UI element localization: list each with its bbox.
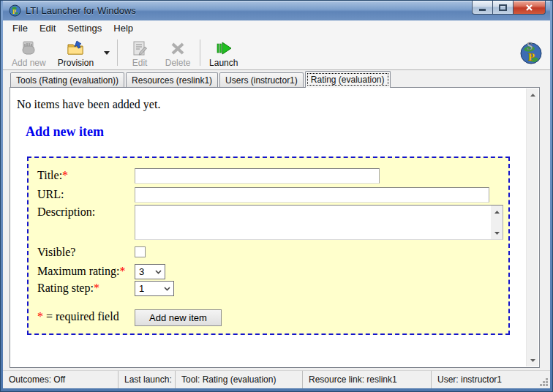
svg-text:S: S — [527, 40, 533, 52]
menu-file[interactable]: File — [7, 21, 33, 35]
add-new-label: Add new — [12, 59, 46, 67]
toolbar: Add new Provision Edi — [3, 36, 550, 70]
required-field-note: * = required field — [37, 309, 135, 324]
textarea-scrollbar[interactable] — [491, 206, 503, 239]
maximize-icon — [499, 4, 507, 11]
scroll-down-icon[interactable] — [527, 354, 538, 366]
provision-label: Provision — [58, 59, 94, 67]
launch-button[interactable]: Launch — [203, 37, 244, 68]
tabstrip: Tools (Rating (evaluation)) Resources (r… — [3, 70, 550, 87]
add-new-item-heading: Add new item — [26, 124, 527, 140]
description-label: Description: — [37, 205, 135, 219]
svg-text:P: P — [12, 9, 16, 15]
toolbar-separator — [200, 39, 200, 66]
max-rating-label: Maximum rating:* — [37, 264, 135, 279]
svg-text:P: P — [528, 51, 535, 63]
statusbar: Outcomes: Off Last launch: Tool: Rating … — [3, 370, 550, 388]
tab-tools[interactable]: Tools (Rating (evaluation)) — [10, 72, 124, 87]
add-item-form: Title:* URL: Description: — [27, 157, 510, 335]
menu-help[interactable]: Help — [108, 21, 138, 35]
scroll-down-icon[interactable] — [491, 227, 503, 239]
launch-label: Launch — [209, 59, 238, 67]
required-asterisk: * — [94, 282, 99, 294]
edit-icon — [131, 39, 148, 57]
provision-icon — [67, 39, 84, 57]
url-input[interactable] — [135, 187, 489, 203]
tab-users[interactable]: Users (instructor1) — [219, 72, 304, 87]
edit-label: Edit — [132, 59, 148, 67]
required-asterisk: * — [119, 265, 125, 277]
embedded-page: No items have been added yet. Add new it… — [10, 88, 527, 367]
menubar: File Edit Settings Help — [3, 20, 550, 36]
close-button[interactable] — [513, 1, 546, 15]
add-new-icon — [20, 39, 37, 57]
toolbar-separator — [117, 39, 118, 66]
empty-message: No items have been added yet. — [17, 98, 527, 111]
tab-resources[interactable]: Resources (reslink1) — [126, 72, 218, 87]
status-outcomes: Outcomes: Off — [3, 371, 118, 388]
add-new-item-submit-button[interactable]: Add new item — [135, 309, 222, 326]
add-new-button[interactable]: Add new — [6, 37, 52, 68]
resize-grip[interactable] — [540, 378, 549, 387]
delete-button[interactable]: Delete — [159, 37, 197, 68]
chevron-down-icon — [104, 51, 110, 55]
max-rating-select[interactable]: 3 — [135, 264, 165, 279]
title-label: Title:* — [37, 168, 135, 183]
minimize-icon — [479, 4, 486, 11]
maximize-button[interactable] — [493, 1, 513, 15]
chevron-down-icon — [155, 270, 162, 274]
scroll-up-icon[interactable] — [491, 206, 503, 218]
window-title: LTI Launcher for Windows — [26, 5, 136, 16]
rating-step-value: 1 — [139, 283, 144, 294]
globe-sp-logo: S P — [519, 40, 543, 65]
description-textarea[interactable] — [135, 205, 503, 240]
rating-step-label: Rating step:* — [37, 281, 135, 295]
close-icon — [525, 4, 533, 11]
required-asterisk: * — [62, 169, 68, 181]
titlebar[interactable]: P LTI Launcher for Windows — [3, 1, 550, 20]
edit-button[interactable]: Edit — [121, 37, 159, 68]
url-label: URL: — [37, 187, 135, 202]
rating-step-select[interactable]: 1 — [135, 281, 174, 296]
status-tool: Tool: Rating (evaluation) — [176, 371, 303, 388]
tab-rating[interactable]: Rating (evaluation) — [305, 71, 391, 88]
delete-icon — [169, 39, 187, 57]
app-icon: P — [9, 4, 21, 17]
content-scrollbar[interactable] — [526, 88, 538, 366]
delete-label: Delete — [165, 59, 191, 67]
provision-button[interactable]: Provision — [52, 37, 99, 68]
app-window: P LTI Launcher for Windows File Edit Set… — [0, 0, 553, 392]
visible-checkbox[interactable] — [135, 246, 146, 257]
launch-icon — [215, 39, 233, 57]
menu-edit[interactable]: Edit — [34, 21, 61, 35]
scroll-up-icon[interactable] — [527, 88, 538, 101]
title-input[interactable] — [135, 168, 380, 184]
status-last-launch: Last launch: — [118, 371, 176, 388]
chevron-down-icon — [164, 287, 170, 291]
max-rating-value: 3 — [139, 266, 144, 277]
menu-settings[interactable]: Settings — [62, 21, 107, 35]
status-user: User: instructor1 — [432, 371, 550, 388]
status-resource-link: Resource link: reslink1 — [303, 371, 432, 388]
provision-dropdown-button[interactable] — [99, 37, 114, 68]
rating-tab-panel: No items have been added yet. Add new it… — [10, 87, 540, 368]
visible-label: Visible? — [37, 245, 135, 260]
minimize-button[interactable] — [472, 1, 493, 15]
